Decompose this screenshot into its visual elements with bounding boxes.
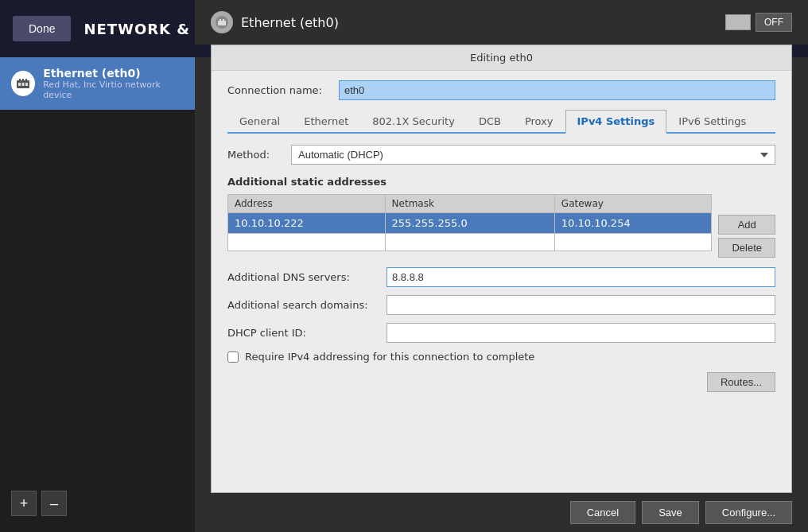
svg-rect-10 <box>223 19 224 21</box>
ipv4-checkbox[interactable] <box>227 351 239 363</box>
method-label: Method: <box>227 149 291 161</box>
search-label: Additional search domains: <box>227 299 387 311</box>
col-netmask: Netmask <box>385 195 554 213</box>
toggle-track <box>725 14 751 30</box>
table-row-empty <box>228 234 712 251</box>
empty-cell-3 <box>554 234 712 251</box>
tab-ethernet[interactable]: Ethernet <box>292 110 360 132</box>
connection-name-row: Connection name: <box>227 80 775 100</box>
cell-gateway: 10.10.10.254 <box>554 213 712 234</box>
svg-rect-3 <box>25 79 27 82</box>
method-row: Method: Automatic (DHCP) <box>227 145 775 165</box>
connection-name-input[interactable] <box>339 80 775 100</box>
ethernet-title-area: Ethernet (eth0) <box>211 11 339 33</box>
col-gateway: Gateway <box>554 195 712 213</box>
svg-rect-6 <box>25 83 28 86</box>
settings-tabs: General Ethernet 802.1X Security DCB Pro… <box>227 110 775 134</box>
empty-cell-1 <box>228 234 386 251</box>
connection-name-label: Connection name: <box>227 84 339 96</box>
table-row[interactable]: 10.10.10.222 255.255.255.0 10.10.10.254 <box>228 213 712 234</box>
address-table: Address Netmask Gateway 10.10.10.222 255… <box>227 194 712 251</box>
svg-rect-8 <box>218 21 226 25</box>
done-button[interactable]: Done <box>13 16 71 41</box>
device-info: Ethernet (eth0) Red Hat, Inc Virtio netw… <box>43 67 184 100</box>
dns-row: Additional DNS servers: <box>227 267 775 287</box>
tab-general[interactable]: General <box>227 110 292 132</box>
device-desc: Red Hat, Inc Virtio network device <box>43 80 184 100</box>
sidebar: Ethernet (eth0) Red Hat, Inc Virtio netw… <box>0 57 195 532</box>
dhcp-label: DHCP client ID: <box>227 327 387 339</box>
dhcp-input[interactable] <box>387 323 775 343</box>
edit-dialog: Editing eth0 Connection name: General Et… <box>211 45 792 493</box>
checkbox-row: Require IPv4 addressing for this connect… <box>227 351 775 363</box>
save-button[interactable]: Save <box>642 501 699 524</box>
checkbox-label: Require IPv4 addressing for this connect… <box>245 351 534 363</box>
tab-ipv4[interactable]: IPv4 Settings <box>565 110 667 134</box>
ethernet-header: Ethernet (eth0) OFF <box>195 0 808 45</box>
empty-cell-2 <box>385 234 554 251</box>
on-off-container: OFF <box>725 13 792 32</box>
add-address-button[interactable]: Add <box>718 215 775 235</box>
svg-rect-4 <box>18 83 21 86</box>
table-buttons: Add Delete <box>718 194 775 258</box>
svg-rect-2 <box>22 79 24 82</box>
cell-netmask: 255.255.255.0 <box>385 213 554 234</box>
ethernet-icon <box>15 76 31 91</box>
address-table-container: Address Netmask Gateway 10.10.10.222 255… <box>227 194 712 258</box>
dialog-footer: Cancel Save Configure... <box>195 493 808 532</box>
configure-button[interactable]: Configure... <box>705 501 792 524</box>
tab-ipv6[interactable]: IPv6 Settings <box>666 110 758 132</box>
main-content: Ethernet (eth0) Red Hat, Inc Virtio netw… <box>0 57 808 532</box>
tab-proxy[interactable]: Proxy <box>513 110 565 132</box>
add-device-button[interactable]: + <box>11 491 37 516</box>
col-address: Address <box>228 195 386 213</box>
method-select[interactable]: Automatic (DHCP) <box>291 145 775 165</box>
section-title: Additional static addresses <box>227 176 775 188</box>
sidebar-device-eth0[interactable]: Ethernet (eth0) Red Hat, Inc Virtio netw… <box>0 57 195 110</box>
dialog-title: Editing eth0 <box>212 45 791 71</box>
sidebar-bottom: + – <box>11 491 67 516</box>
svg-rect-9 <box>219 19 221 21</box>
remove-device-button[interactable]: – <box>41 491 67 516</box>
device-icon <box>11 71 35 96</box>
cell-address: 10.10.10.222 <box>228 213 386 234</box>
on-off-toggle[interactable]: OFF <box>756 13 792 32</box>
routes-row: Routes... <box>227 372 775 392</box>
dhcp-row: DHCP client ID: <box>227 323 775 343</box>
right-panel: Ethernet (eth0) OFF Editing eth0 Connect… <box>195 0 808 532</box>
device-name: Ethernet (eth0) <box>43 67 184 80</box>
ethernet-panel-title: Ethernet (eth0) <box>241 15 339 30</box>
routes-button[interactable]: Routes... <box>707 372 775 392</box>
dns-input[interactable] <box>387 267 775 287</box>
dialog-body: Connection name: General Ethernet 802.1X… <box>212 71 791 492</box>
delete-address-button[interactable]: Delete <box>718 238 775 258</box>
svg-rect-5 <box>22 83 25 86</box>
search-input[interactable] <box>387 295 775 315</box>
eth-icon <box>211 11 233 33</box>
eth-small-icon <box>215 15 229 29</box>
tab-dcb[interactable]: DCB <box>467 110 513 132</box>
dns-label: Additional DNS servers: <box>227 271 387 283</box>
address-table-area: Address Netmask Gateway 10.10.10.222 255… <box>227 194 775 258</box>
cancel-button[interactable]: Cancel <box>570 501 635 524</box>
svg-rect-1 <box>19 79 21 82</box>
search-row: Additional search domains: <box>227 295 775 315</box>
tab-security[interactable]: 802.1X Security <box>360 110 467 132</box>
